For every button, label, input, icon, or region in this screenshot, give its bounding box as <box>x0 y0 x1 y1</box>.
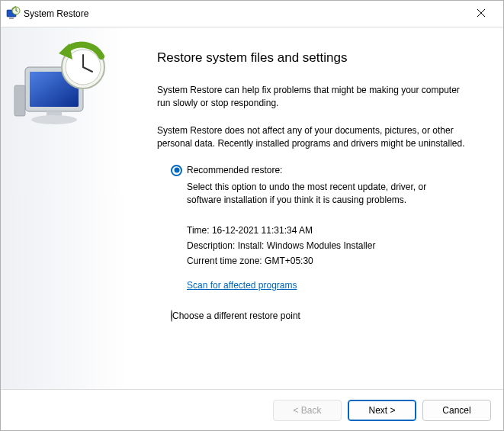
restore-point-details: Time: 16-12-2021 11:31:34 AM Description… <box>187 225 480 266</box>
option-recommended-label: Recommended restore: <box>187 165 282 175</box>
option-recommended-restore[interactable]: Recommended restore: Select this option … <box>171 165 480 305</box>
detail-description: Description: Install: Windows Modules In… <box>187 240 480 251</box>
system-restore-icon <box>5 6 21 21</box>
next-button[interactable]: Next > <box>348 400 416 421</box>
svg-rect-1 <box>9 18 14 19</box>
svg-rect-11 <box>14 85 25 116</box>
titlebar: System Restore <box>1 1 503 27</box>
intro-paragraph-2: System Restore does not affect any of yo… <box>157 124 470 151</box>
window-title: System Restore <box>24 8 88 19</box>
option-different-label: Choose a different restore point <box>172 310 300 321</box>
close-button[interactable] <box>464 2 499 25</box>
detail-timezone: Current time zone: GMT+05:30 <box>187 256 480 266</box>
page-heading: Restore system files and settings <box>157 50 480 66</box>
option-different-restore-point[interactable]: Choose a different restore point <box>171 310 480 321</box>
main-panel: Restore system files and settings System… <box>128 27 503 389</box>
wizard-sidebar <box>1 27 128 389</box>
radio-recommended[interactable] <box>171 165 182 176</box>
intro-paragraph-1: System Restore can help fix problems tha… <box>157 84 470 111</box>
cancel-button[interactable]: Cancel <box>422 400 491 421</box>
detail-time: Time: 16-12-2021 11:31:34 AM <box>187 225 480 236</box>
back-button: < Back <box>273 400 342 421</box>
restore-graphic-icon <box>11 41 118 133</box>
wizard-footer: < Back Next > Cancel <box>1 389 503 430</box>
scan-affected-programs-link[interactable]: Scan for affected programs <box>187 280 297 291</box>
system-restore-wizard-window: System Restore <box>0 0 504 431</box>
close-icon <box>477 8 486 20</box>
content-area: Restore system files and settings System… <box>1 27 503 389</box>
svg-point-10 <box>31 115 77 124</box>
option-recommended-description: Select this option to undo the most rece… <box>187 181 461 207</box>
